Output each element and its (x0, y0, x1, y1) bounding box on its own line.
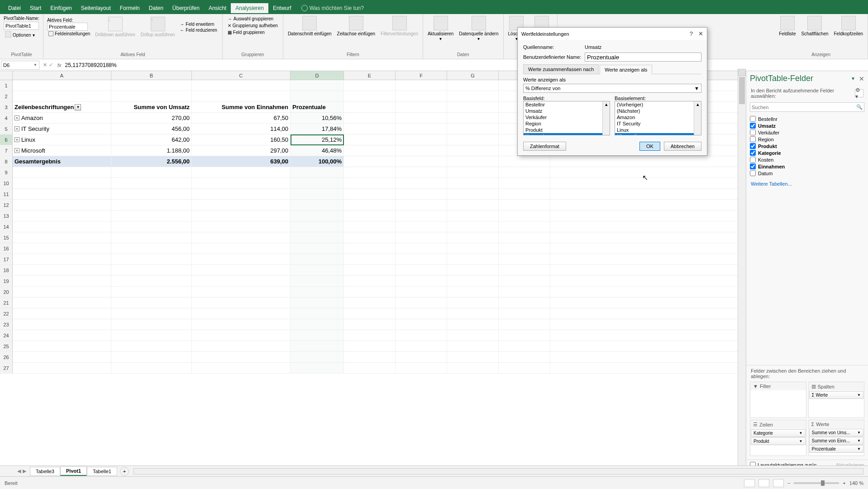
zoom-in-button[interactable]: + (843, 480, 845, 486)
cell[interactable]: 17,84% (291, 124, 344, 134)
listbox-item[interactable]: Region (524, 120, 610, 127)
drop-item[interactable]: Σ Werte▼ (809, 391, 864, 399)
close-dialog-icon[interactable]: ✕ (698, 30, 703, 37)
sheet-tab-pivot1[interactable]: Pivot1 (60, 466, 87, 476)
options-button[interactable]: Optionen ▾ (4, 31, 39, 39)
row-header[interactable]: 12 (0, 200, 12, 211)
name-box[interactable]: D6▼ (1, 61, 39, 70)
row-header[interactable]: 17 (0, 254, 12, 265)
pivot-header-umsatz[interactable]: Summe von Umsatz (111, 102, 192, 112)
tab-datei[interactable]: Datei (4, 3, 25, 13)
expand-icon[interactable]: + (14, 115, 19, 120)
col-header-e[interactable]: E (344, 71, 396, 80)
col-header-a[interactable]: A (13, 71, 111, 80)
custom-name-input[interactable] (585, 53, 701, 62)
row-header[interactable]: 13 (0, 211, 12, 221)
row-header[interactable]: 16 (0, 243, 12, 254)
add-sheet-button[interactable]: + (120, 467, 129, 476)
panel-menu-icon[interactable]: ▼ (851, 76, 855, 81)
field-checkbox[interactable] (750, 123, 756, 129)
expand-icon[interactable]: + (14, 137, 19, 142)
row-header[interactable]: 1 (0, 80, 12, 91)
row-header[interactable]: 21 (0, 297, 12, 308)
select-all-corner[interactable] (0, 71, 13, 80)
field-checkbox[interactable] (750, 143, 756, 149)
drop-item[interactable]: Produkt▼ (751, 437, 806, 445)
row-header[interactable]: 10 (0, 178, 12, 189)
field-item[interactable]: Kategorie (750, 149, 864, 156)
field-item[interactable]: Bestellnr (750, 115, 864, 122)
col-header-c[interactable]: C (192, 71, 291, 80)
tab-start[interactable]: Start (25, 3, 46, 13)
zoom-slider[interactable] (794, 482, 839, 484)
more-tables-link[interactable]: Weitere Tabellen... (746, 178, 868, 189)
row-header[interactable]: 22 (0, 308, 12, 319)
field-item[interactable]: Umsatz (750, 122, 864, 129)
listbox-item[interactable]: IT Security (615, 120, 701, 127)
field-headers-button[interactable]: Feldkopfzeilen (832, 15, 865, 37)
zoom-out-button[interactable]: − (787, 480, 790, 486)
values-drop-zone[interactable]: ΣWerte Summe von Ums...▼ Summe von Einn.… (808, 420, 865, 456)
pivot-grand-total-label[interactable]: Gesamtergebnis (13, 156, 111, 167)
col-header-f[interactable]: F (396, 71, 447, 80)
tab-ueberpruefen[interactable]: Überprüfen (168, 3, 204, 13)
cell[interactable]: 10,56% (291, 113, 344, 123)
show-values-as-combo[interactable]: % Differenz von▼ (523, 84, 701, 93)
field-item[interactable]: Kosten (750, 156, 864, 163)
normal-view-button[interactable] (744, 479, 755, 487)
active-field-input[interactable] (47, 23, 88, 31)
page-layout-view-button[interactable] (758, 479, 769, 487)
listbox-item[interactable]: Verkäufer (524, 114, 610, 120)
horizontal-scrollbar[interactable] (134, 468, 863, 475)
cancel-button[interactable]: Abbrechen (664, 142, 701, 151)
row-header[interactable]: 18 (0, 265, 12, 276)
sheet-tab-tabelle3[interactable]: Tabelle3 (30, 467, 60, 476)
row-header[interactable]: 5 (0, 124, 12, 134)
field-search-input[interactable] (752, 105, 856, 110)
row-header[interactable]: 19 (0, 276, 12, 287)
col-header-d[interactable]: D (291, 71, 344, 80)
row-header[interactable]: 15 (0, 232, 12, 243)
scroll-up-icon[interactable]: ▴ (694, 101, 701, 107)
scroll-up-icon[interactable]: ▴ (603, 101, 610, 107)
columns-drop-zone[interactable]: ▥Spalten Σ Werte▼ (808, 382, 865, 418)
scroll-up-icon[interactable] (738, 69, 746, 76)
fieldlist-button[interactable]: Feldliste (777, 15, 797, 37)
field-item[interactable]: Datum (750, 170, 864, 177)
cell[interactable]: 25,12% (291, 134, 344, 145)
pivot-header-einnahmen[interactable]: Summe von Einnahmen (192, 102, 291, 112)
field-checkbox[interactable] (750, 170, 756, 176)
formula-input[interactable] (63, 62, 868, 68)
pivottable-name-input[interactable] (4, 22, 39, 30)
cell[interactable]: 160,50 (192, 134, 291, 145)
pivot-header-prozentuale[interactable]: Prozentuale (291, 102, 344, 112)
zoom-level[interactable]: 140 % (849, 480, 863, 486)
prev-sheet-icon[interactable]: ◀ (17, 468, 21, 474)
pivot-row-amazon[interactable]: +Amazon (13, 113, 111, 123)
drop-item[interactable]: Prozentuale▼ (809, 445, 864, 453)
field-item[interactable]: Region (750, 136, 864, 143)
row-header[interactable]: 24 (0, 330, 12, 341)
listbox-item[interactable]: Produkt (524, 127, 610, 133)
cell[interactable]: 297,00 (192, 145, 291, 156)
listbox-item[interactable]: (Vorheriger) (615, 101, 701, 108)
listbox-item[interactable]: Umsatz (524, 108, 610, 114)
pivot-row-linux[interactable]: +Linux (13, 134, 111, 145)
col-header-b[interactable]: B (111, 71, 192, 80)
row-header[interactable]: 2 (0, 91, 12, 102)
cell[interactable]: 2.556,00 (111, 156, 192, 167)
filter-dropdown-icon[interactable]: ▼ (75, 104, 81, 110)
field-checkbox[interactable] (750, 150, 756, 156)
field-checkbox[interactable] (750, 163, 756, 169)
field-checkbox[interactable] (750, 116, 756, 122)
drop-item[interactable]: Summe von Ums...▼ (809, 429, 864, 436)
fx-icon[interactable]: fx (56, 62, 63, 68)
cell[interactable]: 67,50 (192, 113, 291, 123)
ok-button[interactable]: OK (639, 142, 660, 151)
listbox-item[interactable]: Bestellnr (524, 101, 610, 108)
row-header[interactable]: 25 (0, 341, 12, 352)
cell[interactable]: 270,00 (111, 113, 192, 123)
field-settings-button[interactable]: Feldeinstellungen (47, 31, 91, 37)
page-break-view-button[interactable] (773, 479, 784, 487)
row-header[interactable]: 23 (0, 319, 12, 330)
